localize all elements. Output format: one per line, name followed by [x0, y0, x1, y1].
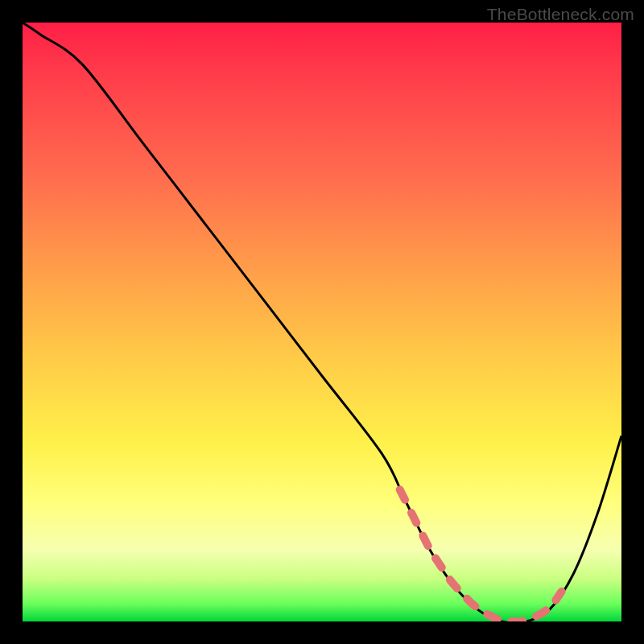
chart-frame: TheBottleneck.com: [0, 0, 644, 644]
watermark-text: TheBottleneck.com: [487, 5, 634, 24]
bottleneck-curve: [23, 23, 621, 621]
flat-band-dashes: [400, 489, 562, 621]
curve-layer: [23, 23, 621, 621]
plot-area: [23, 23, 621, 621]
